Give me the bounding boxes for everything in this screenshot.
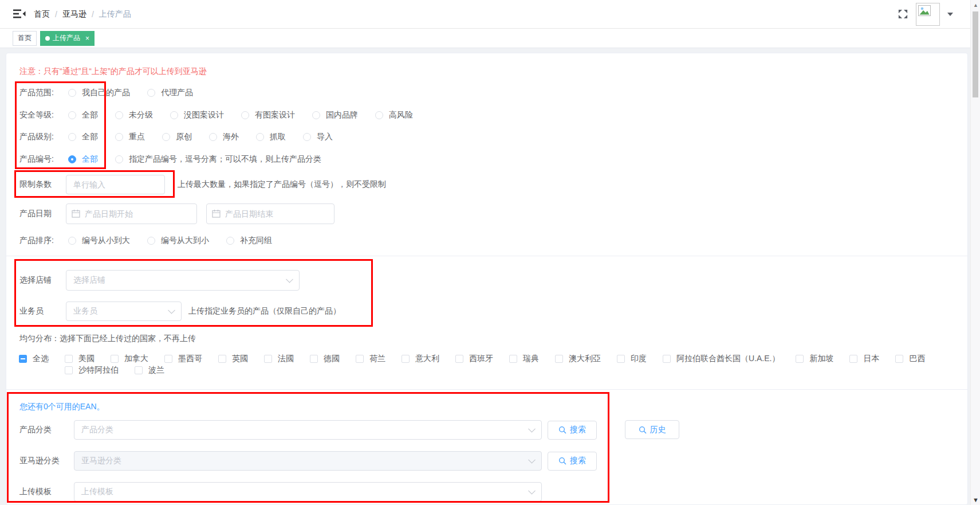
checkbox-icon — [356, 355, 364, 363]
country-checkbox[interactable]: 新加坡 — [796, 353, 833, 365]
radio-option[interactable]: 国内品牌 — [312, 110, 358, 120]
scrollbar-thumb[interactable] — [973, 11, 978, 97]
date-start-field[interactable] — [66, 203, 197, 224]
country-checkbox-label: 德國 — [324, 354, 340, 364]
upload-template-select[interactable]: 上传模板 — [74, 482, 542, 502]
radio-option[interactable]: 我自己的产品 — [68, 88, 130, 98]
radio-circle-icon — [115, 155, 123, 163]
country-checkbox[interactable]: 波兰 — [135, 365, 164, 376]
radio-option[interactable]: 编号从大到小 — [147, 236, 209, 246]
breadcrumb-separator: / — [92, 10, 94, 19]
country-checkbox[interactable]: 德國 — [310, 353, 340, 365]
radio-option[interactable]: 代理产品 — [147, 88, 193, 98]
close-tab-icon[interactable]: × — [85, 35, 89, 42]
search-amazon-category-button[interactable]: 搜索 — [548, 452, 597, 471]
country-checkbox-label: 意大利 — [415, 354, 439, 364]
tab-label: 上传产品 — [53, 33, 80, 43]
country-checkbox[interactable]: 法國 — [264, 353, 294, 365]
country-checkbox[interactable]: 沙特阿拉伯 — [65, 365, 119, 376]
radio-option-label: 编号从大到小 — [161, 236, 209, 246]
country-checkbox-label: 美國 — [78, 354, 95, 364]
date-end-field[interactable] — [206, 203, 334, 224]
radio-option[interactable]: 抓取 — [256, 132, 286, 142]
country-checkbox-label: 英國 — [232, 354, 248, 364]
search-button-label: 搜索 — [570, 456, 586, 466]
radio-option[interactable]: 没图案设计 — [170, 110, 224, 120]
radio-option[interactable]: 重点 — [115, 132, 145, 142]
product-category-select[interactable]: 产品分类 — [74, 420, 542, 440]
radio-circle-icon — [375, 111, 383, 119]
country-checkbox[interactable]: 墨西哥 — [164, 353, 202, 365]
country-checkbox[interactable]: 西班牙 — [455, 353, 493, 365]
country-checkbox[interactable]: 英國 — [218, 353, 248, 365]
limit-input[interactable] — [66, 175, 165, 194]
radio-option-label: 全部 — [82, 110, 98, 120]
checkbox-icon — [663, 355, 671, 363]
country-checkbox[interactable]: 印度 — [617, 353, 647, 365]
tab-upload-product[interactable]: 上传产品 × — [40, 31, 95, 46]
form-row-upload-template: 上传模板 上传模板 — [19, 482, 542, 502]
scrollbar-up-arrow[interactable]: ▲ — [971, 1, 980, 9]
radio-option[interactable]: 原创 — [162, 132, 192, 142]
date-end-input[interactable] — [206, 203, 334, 224]
country-checkbox[interactable]: 荷兰 — [356, 353, 385, 365]
checkbox-icon — [65, 355, 73, 363]
radio-option[interactable]: 高风险 — [375, 110, 413, 120]
radio-option[interactable]: 有图案设计 — [241, 110, 295, 120]
radio-option[interactable]: 海外 — [209, 132, 239, 142]
radio-option[interactable]: 全部 — [68, 110, 98, 120]
breadcrumb-home[interactable]: 首页 — [34, 9, 50, 19]
scrollbar-down-arrow[interactable]: ▼ — [971, 496, 980, 504]
salesman-select[interactable]: 业务员 — [66, 302, 182, 321]
radio-option[interactable]: 未分级 — [115, 110, 153, 120]
form-row-product-date: 产品日期 — [19, 203, 334, 224]
vertical-scrollbar[interactable]: ▲ ▼ — [970, 0, 980, 505]
radio-option[interactable]: 导入 — [303, 132, 333, 142]
form-row-amazon-category: 亚马逊分类 亚马逊分类 搜索 — [19, 451, 597, 471]
radio-circle-icon — [115, 133, 123, 141]
amazon-category-select[interactable]: 亚马逊分类 — [74, 451, 542, 471]
country-checkbox-label: 巴西 — [909, 354, 925, 364]
country-checkbox[interactable]: 澳大利亞 — [555, 353, 601, 365]
radio-option[interactable]: 全部 — [68, 132, 98, 142]
chevron-down-icon — [528, 456, 536, 464]
country-checkbox[interactable]: 阿拉伯联合酋长国（U.A.E.） — [663, 353, 780, 365]
divider — [6, 256, 967, 256]
shop-select[interactable]: 选择店铺 — [66, 270, 300, 291]
country-checkbox-label: 荷兰 — [369, 354, 385, 364]
product-scope-label: 产品范围: — [19, 88, 68, 98]
upload-product-panel: 注意：只有“通过”且“上架”的产品才可以上传到亚马逊 产品范围: 我自己的产品代… — [6, 53, 968, 505]
fullscreen-icon[interactable] — [898, 9, 908, 19]
form-row-distribution: 均匀分布： 选择下面已经上传过的国家，不再上传 — [19, 333, 196, 345]
search-button-label: 搜索 — [570, 425, 586, 435]
breadcrumb-amazon[interactable]: 亚马逊 — [62, 9, 86, 19]
checkbox-icon — [555, 355, 563, 363]
select-all-checkbox[interactable]: 全选 — [19, 353, 49, 365]
history-button[interactable]: 历史 — [625, 420, 679, 439]
search-icon — [558, 457, 566, 465]
radio-option-label: 导入 — [317, 132, 333, 142]
checkbox-icon — [264, 355, 272, 363]
country-checkbox[interactable]: 瑞典 — [509, 353, 539, 365]
radio-option[interactable]: 编号从小到大 — [68, 236, 130, 246]
radio-option[interactable]: 指定产品编号，逗号分离；可以不填，则上传产品分类 — [115, 154, 321, 165]
radio-option[interactable]: 全部 — [68, 154, 98, 165]
radio-circle-icon — [68, 237, 76, 245]
search-category-button[interactable]: 搜索 — [548, 421, 597, 440]
date-start-input[interactable] — [66, 203, 197, 224]
country-checkbox-label: 澳大利亞 — [569, 354, 601, 364]
radio-option-label: 有图案设计 — [255, 110, 295, 120]
tags-bar: 首页 上传产品 × — [0, 29, 970, 48]
tab-home[interactable]: 首页 — [13, 31, 37, 46]
salesman-hint: 上传指定业务员的产品（仅限自己的产品） — [188, 306, 341, 316]
avatar[interactable] — [916, 3, 940, 26]
country-checkbox[interactable]: 意大利 — [402, 353, 439, 365]
country-checkbox[interactable]: 加拿大 — [111, 353, 148, 365]
country-checkbox[interactable]: 日本 — [849, 353, 879, 365]
radio-option[interactable]: 补充同组 — [226, 236, 272, 246]
country-checkbox[interactable]: 美國 — [65, 353, 95, 365]
country-checkbox[interactable]: 巴西 — [895, 353, 925, 365]
caret-down-icon[interactable] — [947, 13, 953, 16]
menu-collapse-icon[interactable] — [13, 9, 26, 21]
checkbox-icon — [310, 355, 318, 363]
